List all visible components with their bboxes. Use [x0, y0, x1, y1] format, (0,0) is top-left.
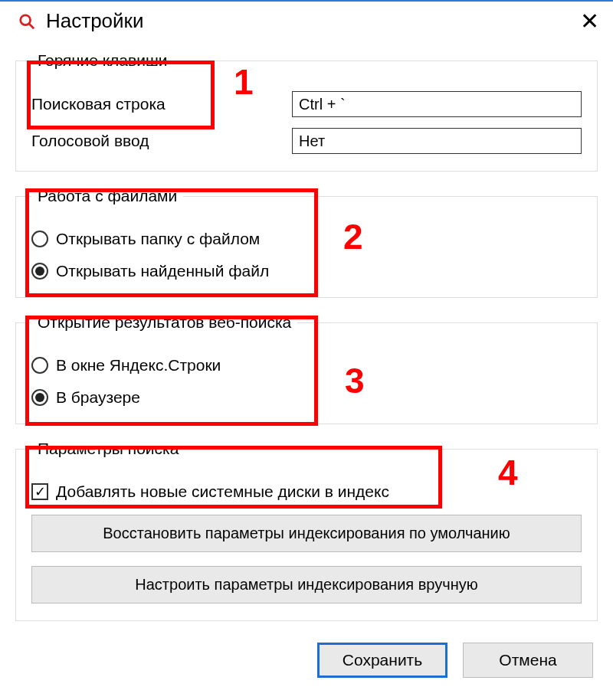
hotkeys-group: Горячие клавиши Поисковая строка Голосов…	[15, 51, 598, 172]
voice-hotkey-label: Голосовой ввод	[31, 132, 292, 150]
search-hotkey-input[interactable]	[292, 91, 582, 117]
settings-window: Настройки ✕ Горячие клавиши Поисковая ст…	[0, 0, 613, 700]
checkbox-checked-icon	[31, 483, 48, 500]
footer-buttons: Сохранить Отмена	[0, 621, 613, 678]
save-button[interactable]: Сохранить	[317, 643, 447, 678]
open-folder-label: Открывать папку с файлом	[56, 230, 260, 248]
web-results-group: Открытие результатов веб-поиска В окне Я…	[15, 313, 598, 424]
web-results-legend: Открытие результатов веб-поиска	[31, 313, 297, 332]
hotkeys-legend: Горячие клавиши	[31, 51, 173, 70]
open-file-radio[interactable]: Открывать найденный файл	[31, 262, 582, 280]
radio-checked-icon	[31, 389, 48, 406]
close-icon[interactable]: ✕	[580, 10, 599, 33]
configure-manual-button[interactable]: Настроить параметры индексирования вручн…	[31, 566, 582, 604]
in-browser-label: В браузере	[56, 388, 140, 407]
in-window-radio[interactable]: В окне Яндекс.Строки	[31, 356, 582, 375]
add-disks-label: Добавлять новые системные диски в индекс	[56, 482, 389, 501]
in-browser-radio[interactable]: В браузере	[31, 388, 582, 407]
search-icon	[17, 11, 37, 31]
files-group: Работа с файлами Открывать папку с файло…	[15, 187, 598, 298]
search-hotkey-label: Поисковая строка	[31, 95, 292, 113]
svg-line-1	[29, 23, 34, 28]
search-hotkey-row: Поисковая строка	[31, 91, 582, 117]
titlebar: Настройки ✕	[0, 2, 613, 36]
add-disks-checkbox[interactable]: Добавлять новые системные диски в индекс	[31, 482, 582, 501]
radio-icon	[31, 357, 48, 374]
window-title: Настройки	[46, 9, 144, 33]
search-params-legend: Параметры поиска	[31, 440, 185, 458]
open-folder-radio[interactable]: Открывать папку с файлом	[31, 230, 582, 248]
cancel-button[interactable]: Отмена	[463, 643, 593, 678]
search-params-group: Параметры поиска Добавлять новые системн…	[15, 440, 598, 621]
radio-icon	[31, 231, 48, 247]
voice-hotkey-row: Голосовой ввод	[31, 128, 582, 154]
svg-point-0	[21, 15, 31, 25]
restore-defaults-button[interactable]: Восстановить параметры индексирования по…	[31, 515, 582, 552]
voice-hotkey-input[interactable]	[292, 128, 582, 154]
files-legend: Работа с файлами	[31, 187, 183, 205]
in-window-label: В окне Яндекс.Строки	[56, 356, 221, 375]
radio-checked-icon	[31, 263, 48, 280]
open-file-label: Открывать найденный файл	[56, 262, 269, 280]
content-area: Горячие клавиши Поисковая строка Голосов…	[0, 51, 613, 621]
